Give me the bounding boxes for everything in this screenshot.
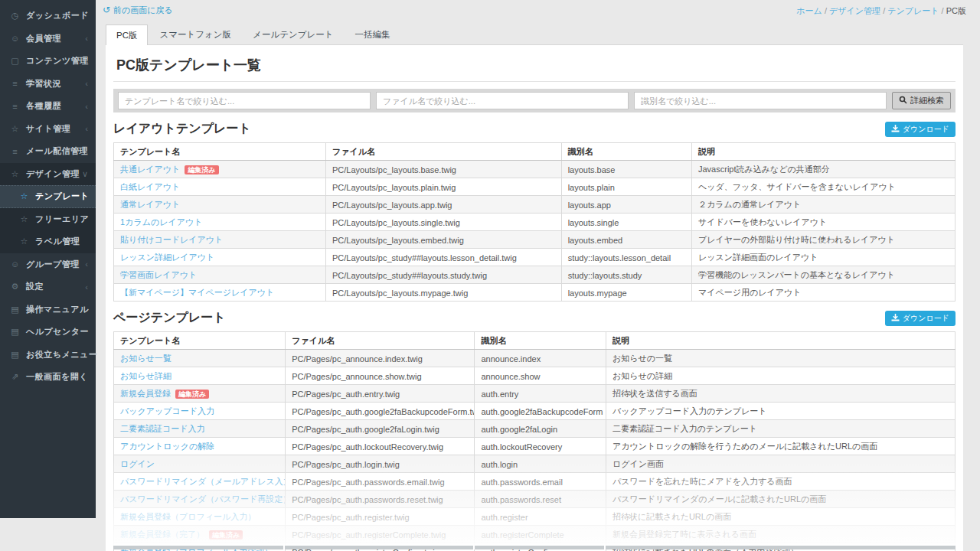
chevron-left-icon: ‹ (85, 79, 88, 88)
edited-badge: 編集済み (185, 165, 218, 174)
download-button[interactable]: ダウンロード (885, 311, 956, 326)
table-header-row: テンプレート名ファイル名識別名説明 (114, 332, 956, 350)
sidebar-item[interactable]: ◷ ダッシュボード (0, 5, 96, 28)
sidebar-item[interactable]: ≡ メール配信管理 ‹ (0, 140, 96, 163)
list-icon: ≡ (10, 102, 20, 111)
template-link[interactable]: バックアップコード入力 (120, 406, 214, 416)
title-divider (113, 81, 956, 82)
sidebar-item[interactable]: ☺ グループ管理 ‹ (0, 253, 96, 276)
template-link[interactable]: ログイン (120, 459, 155, 468)
file-name-cell: PC/Pages/pc_auth.google2faLogin.twig (286, 420, 475, 438)
table-row: ログイン PC/Pages/pc_auth.login.twig auth.lo… (114, 455, 956, 473)
sidebar-item[interactable]: ⇗ 一般画面を開く (0, 366, 96, 389)
template-link[interactable]: 新規会員登録 (120, 389, 171, 398)
template-link[interactable]: 共通レイアウト (120, 165, 180, 174)
file-name-cell: PC/Layouts/pc_layouts.embed.twig (325, 231, 561, 249)
template-link[interactable]: お知らせ一覧 (120, 354, 172, 363)
tab[interactable]: 一括編集 (345, 24, 400, 44)
template-link[interactable]: レッスン詳細レイアウト (120, 253, 214, 262)
identifier-cell: auth.google2faBackupcodeForm (475, 403, 606, 420)
sidebar: ◷ ダッシュボード ☺ 会員管理 ‹ ▢ コンテンツ管理 ‹ ≡ 学習状況 ‹ … (0, 0, 96, 518)
download-button[interactable]: ダウンロード (885, 122, 956, 137)
template-link[interactable]: 新規会員登録（プロフィール入力） (120, 512, 256, 521)
description-cell: ログイン画面 (606, 455, 955, 473)
star-icon: ☆ (19, 191, 29, 201)
sidebar-item[interactable]: ≡ 学習状況 ‹ (0, 73, 96, 96)
table-row: 貼り付けコードレイアウト PC/Layouts/pc_layouts.embed… (114, 231, 956, 249)
filter-input[interactable] (376, 92, 629, 109)
edited-badge: 編集済み (175, 390, 209, 399)
sidebar-item[interactable]: ☆ テンプレート (0, 185, 96, 208)
template-name-cell: 貼り付けコードレイアウト (114, 231, 326, 249)
template-link[interactable]: 【新マイページ】マイページレイアウト (120, 288, 274, 297)
sidebar-item-label: テンプレート (35, 191, 89, 202)
identifier-cell: auth.registerComplete (475, 526, 606, 543)
description-cell: マイページ用のレイアウト (692, 284, 956, 302)
breadcrumb-item[interactable]: テンプレート (880, 6, 939, 15)
template-link[interactable]: パスワードリマインダ（メールアドレス入力） (120, 477, 286, 486)
sidebar-item[interactable]: ▤ 操作マニュアル (0, 298, 96, 321)
breadcrumb: ホームデザイン管理テンプレートPC版 (796, 5, 966, 17)
chevron-left-icon: ‹ (85, 259, 88, 269)
breadcrumb-item[interactable]: ホーム (796, 6, 822, 15)
sidebar-item[interactable]: ☆ デザイン管理 ∨ (0, 163, 96, 186)
identifier-cell: layouts.app (561, 196, 691, 214)
download-icon (891, 314, 900, 323)
star-icon: ☆ (19, 214, 29, 224)
sidebar-item[interactable]: ☺ 会員管理 ‹ (0, 28, 96, 51)
breadcrumb-item[interactable]: デザイン管理 (822, 6, 880, 15)
template-name-cell: お知らせ詳細 (114, 367, 286, 385)
description-cell: ヘッダ、フッタ、サイドバーを含まないレイアウト (692, 178, 956, 196)
template-link[interactable]: 二要素認証コード入力 (120, 424, 205, 433)
description-cell: お知らせの一覧 (606, 350, 955, 367)
table-row: 二要素認証コード入力 PC/Pages/pc_auth.google2faLog… (114, 420, 956, 438)
template-link[interactable]: パスワードリマインダ（パスワード再設定） (120, 494, 286, 504)
template-name-cell: 学習画面レイアウト (114, 266, 326, 284)
sidebar-item[interactable]: ▤ お役立ちメニュー (0, 344, 96, 367)
partial-next-row (113, 546, 956, 549)
section-title: ページテンプレート (113, 310, 226, 326)
file-name-cell: PC/Layouts/pc_study##layouts.lesson_deta… (325, 249, 561, 266)
template-table: テンプレート名ファイル名識別名説明 共通レイアウト編集済み PC/Layouts… (113, 142, 956, 302)
identifier-cell: layouts.base (561, 161, 691, 178)
template-name-cell: パスワードリマインダ（メールアドレス入力） (114, 473, 286, 491)
template-link[interactable]: 白紙レイアウト (120, 182, 180, 191)
description-cell: 招待状を送信する画面 (606, 385, 955, 403)
filter-input[interactable] (118, 92, 371, 109)
description-cell: レッスン詳細画面のレイアウト (692, 249, 956, 266)
sidebar-item[interactable]: ⚙ 設定 ‹ (0, 276, 96, 298)
table-row: アカウントロックの解除 PC/Pages/pc_auth.lockoutReco… (114, 438, 956, 455)
chevron-left-icon: ‹ (85, 57, 88, 66)
sidebar-item[interactable]: ☆ フリーエリア (0, 208, 96, 231)
tab[interactable]: メールテンプレート (243, 24, 343, 44)
description-cell: サイドバーを使わないレイアウト (692, 214, 956, 231)
template-link[interactable]: 1カラムのレイアウト (120, 217, 202, 227)
back-link[interactable]: ↺前の画面に戻る (103, 5, 173, 16)
sidebar-item-label: フリーエリア (35, 214, 89, 225)
chevron-left-icon: ‹ (85, 282, 88, 292)
filter-input[interactable] (634, 92, 887, 109)
tab[interactable]: スマートフォン版 (149, 24, 241, 44)
gear-icon: ⚙ (10, 282, 20, 292)
identifier-cell: auth.google2faLogin (475, 420, 606, 438)
template-link[interactable]: アカウントロックの解除 (120, 442, 214, 451)
tab-bar: PC版スマートフォン版メールテンプレート一括編集 (106, 24, 402, 45)
template-link[interactable]: 新規会員登録（完了） (120, 530, 204, 539)
template-link[interactable]: 通常レイアウト (120, 200, 180, 209)
sidebar-item-label: ラベル管理 (35, 236, 80, 247)
users-icon: ☺ (10, 259, 20, 269)
sidebar-item[interactable]: ≡ 各種履歴 ‹ (0, 95, 96, 118)
tab[interactable]: PC版 (106, 24, 148, 45)
description-cell: ２カラムの通常レイアウト (692, 196, 956, 214)
sidebar-item[interactable]: ☆ サイト管理 ‹ (0, 118, 96, 141)
sidebar-item[interactable]: ☆ ラベル管理 (0, 230, 96, 253)
identifier-cell: layouts.mypage (561, 284, 691, 302)
table-row: レッスン詳細レイアウト PC/Layouts/pc_study##layouts… (114, 249, 956, 266)
sidebar-item[interactable]: ▤ ヘルプセンター (0, 321, 96, 344)
book-icon: ▤ (10, 327, 20, 337)
sidebar-item[interactable]: ▢ コンテンツ管理 ‹ (0, 50, 96, 73)
template-link[interactable]: 貼り付けコードレイアウト (120, 235, 223, 244)
template-link[interactable]: お知らせ詳細 (120, 371, 172, 380)
template-link[interactable]: 学習画面レイアウト (120, 270, 197, 279)
advanced-search-button[interactable]: 詳細検索 (892, 92, 951, 109)
